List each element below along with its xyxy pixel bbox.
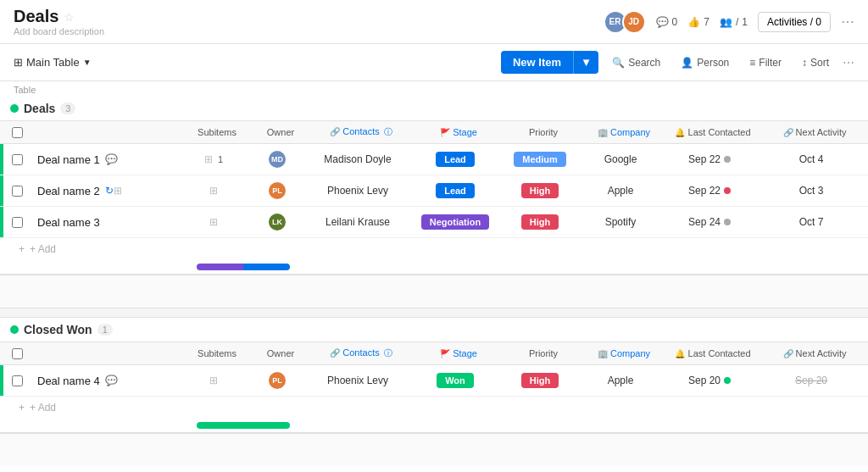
section-divider <box>0 308 868 318</box>
col-owner-2: Owner <box>251 343 310 364</box>
owner-avatar-2: PL <box>267 180 287 201</box>
row-checkbox-2[interactable] <box>3 186 31 197</box>
subitems-cell-1[interactable]: ⊞ 1 <box>180 148 248 170</box>
row-checkbox-4[interactable] <box>3 375 31 386</box>
add-row-deals[interactable]: + + Add <box>0 238 868 260</box>
new-item-dropdown-button[interactable]: ▼ <box>573 51 598 74</box>
company-cell-3[interactable]: Spotify <box>578 211 663 233</box>
comment-icon-row: 💬 <box>105 153 118 165</box>
contacts-cell-4[interactable]: Phoenix Levy <box>307 369 409 391</box>
subitems-cell-3[interactable]: ⊞ <box>180 211 248 233</box>
board-title-group: Deals ☆ Add board description <box>14 7 104 36</box>
deal-name-1[interactable]: Deal name 1 💬 <box>31 148 180 171</box>
select-all-closed-won[interactable] <box>3 348 31 359</box>
priority-cell-2[interactable]: High <box>502 178 578 203</box>
activities-button[interactable]: Activities / 0 <box>758 12 831 32</box>
toolbar-more-button[interactable]: ⋯ <box>843 56 854 69</box>
person-icon: 👤 <box>681 57 693 69</box>
contacts-cell-2[interactable]: Phoenix Levy <box>307 180 409 202</box>
color-bar-row-deals <box>0 260 868 274</box>
col-company-2[interactable]: 🏢 Company <box>581 343 666 364</box>
group-deals-header[interactable]: Deals 3 <box>0 97 868 120</box>
owner-cell-4[interactable]: PL <box>248 365 307 396</box>
sub-header-right: New Item ▼ 🔍 Search 👤 Person ≡ Filter ↕ … <box>501 51 854 74</box>
col-stage-2[interactable]: 🚩 Stage <box>412 343 505 364</box>
contacts-cell-1[interactable]: Madison Doyle <box>307 148 409 170</box>
table-area: Table Deals 3 Subitems Owner 🔗 Contacts … <box>0 81 868 472</box>
company-icon: 🏢 <box>598 128 608 137</box>
subitems-cell-2[interactable]: ⊞ <box>180 180 248 202</box>
deal-name-3[interactable]: Deal name 3 <box>31 211 180 234</box>
group-closed-won-label: Closed Won <box>24 323 92 336</box>
col-company[interactable]: 🏢 Company <box>581 122 666 142</box>
stage-badge-3: Negotiation <box>421 214 490 230</box>
refresh-icon-row: ↻ <box>105 185 114 197</box>
person-button[interactable]: 👤 Person <box>674 53 736 72</box>
lc-indicator-4 <box>724 377 731 384</box>
subitem-indicator: ⊞ <box>114 185 122 197</box>
col-priority: Priority <box>505 122 581 142</box>
col-contacts[interactable]: 🔗 Contacts ⓘ <box>310 121 412 143</box>
col-subitems-2: Subitems <box>183 343 251 364</box>
comments-stat[interactable]: 💬 0 <box>656 16 678 28</box>
likes-stat[interactable]: 👍 7 <box>687 16 709 28</box>
row-checkbox-3[interactable] <box>3 217 31 228</box>
priority-cell-4[interactable]: High <box>502 368 578 393</box>
subitem-icon-4: ⊞ <box>209 375 218 386</box>
select-all-checkbox[interactable] <box>12 127 23 138</box>
search-button[interactable]: 🔍 Search <box>605 53 667 72</box>
star-icon[interactable]: ☆ <box>64 10 75 24</box>
sort-button[interactable]: ↕ Sort <box>795 53 836 72</box>
deal-name-4[interactable]: Deal name 4 💬 <box>31 369 180 392</box>
bell-icon: 🔔 <box>675 128 685 137</box>
table-icon: ⊞ <box>14 56 23 69</box>
col-last-contacted: 🔔 Last Contacted <box>666 122 760 142</box>
owner-cell-1[interactable]: MD <box>248 144 307 175</box>
add-icon-2: + <box>19 402 25 414</box>
stage-cell-1[interactable]: Lead <box>409 147 502 172</box>
owner-avatar-1: MD <box>267 149 287 169</box>
link-icon-4: 🔗 <box>783 349 793 358</box>
filter-button[interactable]: ≡ Filter <box>743 53 788 72</box>
table-row: Deal name 1 💬 ⊞ 1 MD Madison Doyle Lead … <box>0 144 868 175</box>
board-desc[interactable]: Add board description <box>14 26 104 36</box>
company-cell-2[interactable]: Apple <box>578 180 663 202</box>
row-checkbox-1[interactable] <box>3 154 31 165</box>
people-stat[interactable]: 👥 / 1 <box>720 16 748 28</box>
stage-cell-2[interactable]: Lead <box>409 178 502 203</box>
select-all-deals[interactable] <box>3 127 31 138</box>
bell-icon-2: 🔔 <box>675 349 685 358</box>
summary-row-deals: 0 avg $70,000 sum 46.667% avg $29,000 su… <box>0 274 868 308</box>
deal-name-2[interactable]: Deal name 2 ↻ ⊞ <box>31 180 180 203</box>
group-closed-won-header[interactable]: Closed Won 1 <box>0 318 868 342</box>
col-headers-closed-won: Subitems Owner 🔗 Contacts ⓘ 🚩 Stage Prio… <box>0 342 868 365</box>
owner-cell-3[interactable]: LK <box>248 207 307 237</box>
next-activity-cell-4: Sep 20 <box>756 369 866 391</box>
subitems-cell-4[interactable]: ⊞ <box>180 369 248 391</box>
filter-icon: ≡ <box>749 57 755 69</box>
company-cell-4[interactable]: Apple <box>578 369 663 391</box>
add-row-closed-won[interactable]: + + Add <box>0 397 868 419</box>
link-icon-2: 🔗 <box>783 128 793 137</box>
stage-cell-4[interactable]: Won <box>409 368 502 393</box>
board-title: Deals <box>14 7 58 26</box>
summary-row-closed-won: 0 avg $50,000 sum 100% avg $50,000 sum <box>0 432 868 466</box>
lc-indicator-2 <box>724 187 731 194</box>
main-table-button[interactable]: ⊞ Main Table ▼ <box>14 56 92 69</box>
new-item-group: New Item ▼ <box>501 51 598 74</box>
link-icon-3: 🔗 <box>330 348 340 358</box>
owner-cell-2[interactable]: PL <box>248 175 307 206</box>
contacts-cell-3[interactable]: Leilani Krause <box>307 211 409 233</box>
more-options-button[interactable]: ⋯ <box>841 14 854 30</box>
col-stage[interactable]: 🚩 Stage <box>412 122 505 142</box>
col-next-activity: 🔗 Next Activity <box>760 122 868 142</box>
priority-cell-1[interactable]: Medium <box>502 147 578 172</box>
next-activity-cell-1: Oct 4 <box>756 148 866 170</box>
new-item-button[interactable]: New Item <box>501 51 573 74</box>
col-contacts-2[interactable]: 🔗 Contacts ⓘ <box>310 342 412 364</box>
col-item-name-2 <box>31 348 183 358</box>
priority-cell-3[interactable]: High <box>502 209 578 235</box>
company-cell-1[interactable]: Google <box>578 148 663 170</box>
stage-cell-3[interactable]: Negotiation <box>409 209 502 235</box>
search-icon: 🔍 <box>612 57 625 69</box>
